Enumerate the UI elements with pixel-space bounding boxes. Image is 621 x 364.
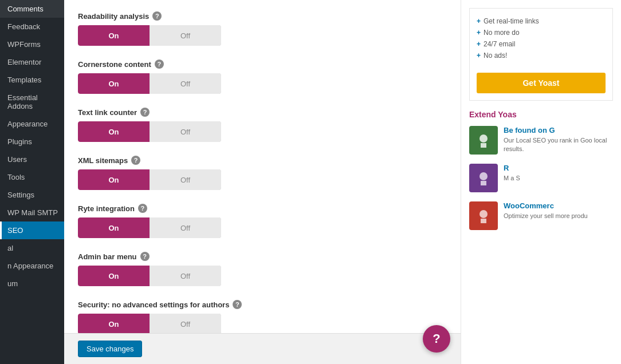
toggle-off-readability[interactable]: Off — [150, 25, 221, 46]
sidebar-item-seo[interactable]: SEO — [0, 221, 64, 239]
toggle-ryte: On Off — [78, 217, 221, 238]
extend-info-2: WooCommerc Optimize your sell more produ — [504, 201, 588, 230]
sidebar-item-wpmail[interactable]: WP Mail SMTP — [0, 204, 64, 221]
settings-panel: Readability analysis ? On Off Cornerston… — [64, 0, 461, 364]
extend-desc-1: M a S — [504, 174, 520, 183]
extend-info-1: R M a S — [504, 164, 520, 192]
extend-thumb-2 — [469, 201, 498, 230]
setting-label-ryte: Ryte integration ? — [78, 204, 447, 213]
setting-label-cornerstone: Cornerstone content ? — [78, 60, 447, 69]
setting-label-xmlsitemaps: XML sitemaps ? — [78, 156, 447, 165]
setting-row-ryte: Ryte integration ? On Off — [78, 204, 447, 238]
sidebar-item-plugins[interactable]: Plugins — [0, 133, 64, 151]
setting-row-adminbar: Admin bar menu ? On Off — [78, 252, 447, 286]
toggle-off-cornerstone[interactable]: Off — [150, 73, 221, 94]
svg-rect-1 — [481, 143, 486, 148]
toggle-on-xmlsitemaps[interactable]: On — [78, 169, 150, 190]
toggle-on-readability[interactable]: On — [78, 25, 150, 46]
promo-list-item: 24/7 email — [477, 38, 606, 50]
toggle-xmlsitemaps: On Off — [78, 169, 221, 190]
save-bar: Save changes — [64, 333, 461, 364]
save-button[interactable]: Save changes — [78, 341, 142, 357]
toggle-on-adminbar[interactable]: On — [78, 266, 150, 286]
toggle-off-security[interactable]: Off — [150, 314, 221, 334]
svg-rect-3 — [481, 181, 486, 185]
promo-list-item: No ads! — [477, 50, 606, 61]
toggle-on-security[interactable]: On — [78, 314, 150, 334]
setting-row-security: Security: no advanced settings for autho… — [78, 300, 447, 334]
get-yoast-button[interactable]: Get Yoast — [477, 73, 606, 93]
help-icon-xmlsitemaps[interactable]: ? — [131, 156, 140, 165]
help-icon-textlink[interactable]: ? — [140, 108, 150, 117]
sidebar: Comments Feedback WPForms Elementor Temp… — [0, 0, 64, 364]
setting-label-readability: Readability analysis ? — [78, 11, 447, 21]
right-sidebar: Get real-time links No more do 24/7 emai… — [461, 0, 621, 364]
setting-row-xmlsitemaps: XML sitemaps ? On Off — [78, 156, 447, 190]
promo-list-item: No more do — [477, 27, 606, 38]
extend-link-1[interactable]: R — [504, 164, 520, 172]
extend-item-1: R M a S — [469, 164, 613, 192]
promo-box: Get real-time links No more do 24/7 emai… — [469, 8, 613, 101]
setting-row-textlink: Text link counter ? On Off — [78, 108, 447, 142]
setting-row-readability: Readability analysis ? On Off — [78, 11, 447, 46]
help-icon-readability[interactable]: ? — [152, 11, 162, 21]
promo-list: Get real-time links No more do 24/7 emai… — [477, 15, 606, 61]
sidebar-item-comments[interactable]: Comments — [0, 0, 64, 18]
main-wrapper: Readability analysis ? On Off Cornerston… — [64, 0, 621, 364]
content-area: Readability analysis ? On Off Cornerston… — [64, 0, 461, 364]
extend-title: Extend Yoas — [469, 110, 613, 119]
extend-info-0: Be found on G Our Local SEO you rank in … — [504, 126, 613, 155]
floating-help-button[interactable]: ? — [423, 325, 450, 353]
extend-thumb-1 — [469, 164, 498, 192]
setting-label-textlink: Text link counter ? — [78, 108, 447, 117]
help-icon-cornerstone[interactable]: ? — [155, 60, 164, 69]
sidebar-item-tools[interactable]: Tools — [0, 168, 64, 186]
toggle-off-xmlsitemaps[interactable]: Off — [150, 169, 221, 190]
sidebar-item-wpforms[interactable]: WPForms — [0, 35, 64, 53]
toggle-cornerstone: On Off — [78, 73, 221, 94]
toggle-adminbar: On Off — [78, 266, 221, 286]
extend-section: Extend Yoas Be found on G Our Local SEO … — [469, 110, 613, 230]
extend-item-0: Be found on G Our Local SEO you rank in … — [469, 126, 613, 155]
svg-rect-5 — [481, 219, 486, 223]
sidebar-item-n-appearance[interactable]: n Appearance — [0, 257, 64, 275]
extend-desc-0: Our Local SEO you rank in Goo local resu… — [504, 136, 613, 154]
sidebar-item-settings[interactable]: Settings — [0, 186, 64, 204]
svg-point-0 — [479, 134, 488, 143]
extend-link-2[interactable]: WooCommerc — [504, 201, 588, 210]
toggle-readability: On Off — [78, 25, 221, 46]
promo-list-item: Get real-time links — [477, 15, 606, 27]
extend-desc-2: Optimize your sell more produ — [504, 212, 588, 220]
sidebar-item-appearance[interactable]: Appearance — [0, 115, 64, 133]
extend-item-2: WooCommerc Optimize your sell more produ — [469, 201, 613, 230]
toggle-security: On Off — [78, 314, 221, 334]
setting-label-security: Security: no advanced settings for autho… — [78, 300, 447, 309]
toggle-off-adminbar[interactable]: Off — [150, 266, 221, 286]
setting-row-cornerstone: Cornerstone content ? On Off — [78, 60, 447, 94]
extend-link-0[interactable]: Be found on G — [504, 126, 613, 134]
sidebar-item-feedback[interactable]: Feedback — [0, 18, 64, 35]
help-icon-adminbar[interactable]: ? — [140, 252, 150, 261]
toggle-on-textlink[interactable]: On — [78, 121, 150, 142]
toggle-off-ryte[interactable]: Off — [150, 217, 221, 238]
toggle-on-cornerstone[interactable]: On — [78, 73, 150, 94]
extend-thumb-0 — [469, 126, 498, 155]
sidebar-item-elementor[interactable]: Elementor — [0, 53, 64, 71]
sidebar-item-al[interactable]: al — [0, 239, 64, 257]
toggle-textlink: On Off — [78, 121, 221, 142]
sidebar-item-essential-addons[interactable]: Essential Addons — [0, 89, 64, 115]
svg-point-4 — [479, 210, 488, 218]
setting-label-adminbar: Admin bar menu ? — [78, 252, 447, 261]
toggle-on-ryte[interactable]: On — [78, 217, 150, 238]
sidebar-item-templates[interactable]: Templates — [0, 71, 64, 89]
help-icon-ryte[interactable]: ? — [138, 204, 147, 213]
help-icon-security[interactable]: ? — [233, 300, 242, 309]
svg-point-2 — [479, 172, 488, 180]
sidebar-item-um[interactable]: um — [0, 275, 64, 292]
toggle-off-textlink[interactable]: Off — [150, 121, 221, 142]
sidebar-item-users[interactable]: Users — [0, 151, 64, 168]
